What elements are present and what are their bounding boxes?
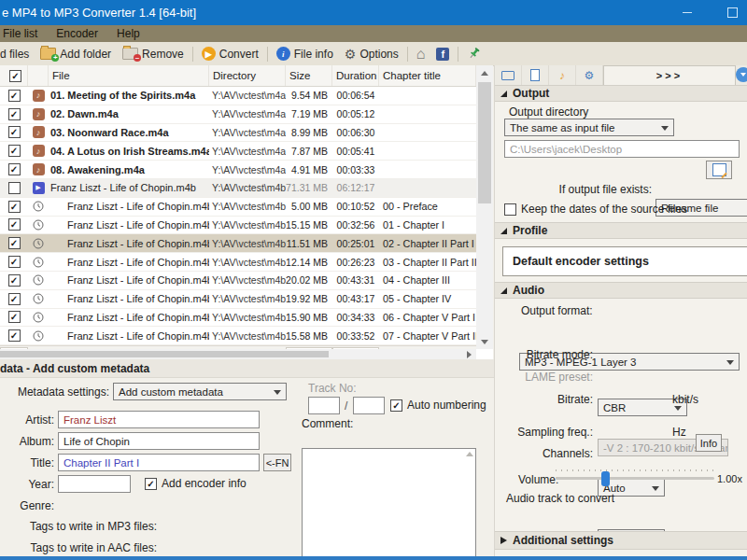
- tab-file-info[interactable]: [522, 65, 549, 85]
- auto-numbering-row[interactable]: Auto numbering: [390, 399, 486, 412]
- menu-encoder[interactable]: Encoder: [47, 25, 107, 42]
- file-info-button[interactable]: i File info: [271, 42, 339, 65]
- output-path-input[interactable]: C:\Users\jacek\Desktop: [504, 140, 740, 158]
- row-checkbox[interactable]: [8, 218, 21, 231]
- menu-help[interactable]: Help: [107, 25, 149, 42]
- table-row[interactable]: ▶Franz Liszt - Life of Chopin.m4bY:\AV\v…: [0, 179, 476, 198]
- minimize-button[interactable]: [666, 0, 708, 25]
- profile-selector[interactable]: Default encoder settings: [502, 246, 747, 276]
- row-checkbox[interactable]: [8, 126, 21, 138]
- comment-scroll-up-icon[interactable]: [466, 452, 473, 456]
- track-total-input[interactable]: [353, 397, 385, 414]
- track-no-input[interactable]: [308, 397, 340, 414]
- vertical-scroll-thumb[interactable]: [478, 82, 491, 203]
- horizontal-scroll-thumb[interactable]: [0, 351, 329, 357]
- row-checkbox[interactable]: [8, 237, 21, 249]
- row-checkbox-cell[interactable]: [0, 87, 28, 105]
- row-checkbox-cell[interactable]: [0, 234, 28, 252]
- keep-dates-row[interactable]: Keep the dates of the source files: [504, 203, 687, 216]
- column-duration[interactable]: Duration: [332, 65, 379, 86]
- table-row[interactable]: Franz Liszt - Life of Chopin.m4bY:\AV\vc…: [0, 327, 476, 345]
- info-button[interactable]: Info: [696, 434, 722, 452]
- title-input[interactable]: Chapter II Part I: [58, 454, 260, 471]
- maximize-button[interactable]: [712, 0, 747, 25]
- audio-section-header[interactable]: Audio: [495, 282, 747, 299]
- encoder-info-row[interactable]: Add encoder info: [145, 477, 247, 490]
- row-checkbox-cell[interactable]: [0, 142, 28, 160]
- row-checkbox-cell[interactable]: [0, 161, 28, 178]
- table-row[interactable]: Franz Liszt - Life of Chopin.m4bY:\AV\vc…: [0, 234, 476, 253]
- file-list-horizontal-scrollbar[interactable]: [0, 349, 476, 359]
- additional-settings-header[interactable]: Additional settings: [495, 531, 747, 550]
- row-checkbox[interactable]: [8, 182, 21, 194]
- menu-file-list[interactable]: File list: [0, 25, 47, 42]
- table-row[interactable]: ♪04. A Lotus on Irish Streams.m4aY:\AV\v…: [0, 142, 476, 161]
- table-row[interactable]: ♪08. Awakening.m4aY:\AV\vctest\m4a4.91 M…: [0, 161, 476, 179]
- tab-audio[interactable]: ♪: [549, 65, 576, 85]
- row-checkbox-cell[interactable]: [0, 105, 28, 123]
- table-row[interactable]: Franz Liszt - Life of Chopin.m4bY:\AV\vc…: [0, 290, 476, 309]
- table-row[interactable]: Franz Liszt - Life of Chopin.m4bY:\AV\vc…: [0, 217, 476, 235]
- volume-slider-thumb[interactable]: [601, 471, 610, 486]
- row-checkbox-cell[interactable]: [0, 253, 28, 271]
- remove-button[interactable]: – Remove: [117, 42, 190, 65]
- encoder-info-checkbox[interactable]: [145, 478, 157, 490]
- select-all-checkbox[interactable]: [9, 70, 21, 82]
- icon-column-header[interactable]: [28, 65, 49, 86]
- output-directory-mode-dropdown[interactable]: The same as input file: [504, 119, 674, 136]
- options-button[interactable]: ⚙ Options: [339, 42, 404, 65]
- add-files-button[interactable]: d files: [0, 42, 35, 65]
- add-folder-button[interactable]: + Add folder: [35, 42, 117, 65]
- table-row[interactable]: ♪03. Noonward Race.m4aY:\AV\vctest\m4a8.…: [0, 124, 476, 143]
- row-checkbox-cell[interactable]: [0, 217, 28, 234]
- scroll-right-button[interactable]: [461, 349, 476, 359]
- table-row[interactable]: Franz Liszt - Life of Chopin.m4bY:\AV\vc…: [0, 272, 476, 290]
- tab-output[interactable]: [495, 65, 522, 85]
- row-checkbox-cell[interactable]: [0, 198, 28, 216]
- row-checkbox[interactable]: [8, 145, 21, 157]
- convert-button[interactable]: ▶ Convert: [196, 42, 264, 65]
- column-file[interactable]: File: [49, 65, 209, 86]
- column-directory[interactable]: Directory: [209, 65, 286, 86]
- table-row[interactable]: Franz Liszt - Life of Chopin.m4bY:\AV\vc…: [0, 198, 476, 217]
- output-section-header[interactable]: Output: [495, 85, 747, 102]
- row-checkbox-cell[interactable]: [0, 327, 28, 344]
- filename-to-title-button[interactable]: <-FN: [263, 454, 291, 471]
- row-checkbox-cell[interactable]: [0, 272, 28, 289]
- file-list-vertical-scrollbar[interactable]: [476, 65, 493, 349]
- row-checkbox[interactable]: [8, 293, 21, 305]
- table-row[interactable]: Franz Liszt - Life of Chopin.m4bY:\AV\vc…: [0, 253, 476, 272]
- table-row[interactable]: Franz Liszt - Life of Chopin.m4bY:\AV\vc…: [0, 309, 476, 328]
- row-checkbox[interactable]: [8, 201, 21, 213]
- table-row[interactable]: ♪01. Meeting of the Spirits.m4aY:\AV\vct…: [0, 87, 476, 105]
- auto-numbering-checkbox[interactable]: [390, 399, 402, 412]
- row-checkbox[interactable]: [8, 274, 21, 287]
- row-checkbox-cell[interactable]: [0, 309, 28, 327]
- column-chapter-title[interactable]: Chapter title: [379, 65, 476, 86]
- select-all-cell[interactable]: [0, 65, 28, 86]
- row-checkbox[interactable]: [8, 163, 21, 175]
- scroll-down-button[interactable]: [476, 334, 493, 349]
- facebook-button[interactable]: f: [430, 42, 455, 65]
- collapse-panel-button[interactable]: [736, 67, 747, 82]
- row-checkbox-cell[interactable]: [0, 124, 28, 142]
- profile-section-header[interactable]: Profile: [495, 222, 747, 239]
- pin-button[interactable]: [461, 42, 486, 65]
- row-checkbox[interactable]: [8, 108, 21, 120]
- keep-dates-checkbox[interactable]: [504, 203, 516, 216]
- row-checkbox[interactable]: [8, 90, 21, 102]
- table-row[interactable]: ♪02. Dawn.m4aY:\AV\vctest\m4a7.19 MB00:0…: [0, 105, 476, 124]
- tab-settings[interactable]: ⚙: [576, 65, 603, 85]
- row-checkbox[interactable]: [8, 311, 21, 323]
- scroll-up-button[interactable]: [476, 65, 493, 80]
- row-checkbox[interactable]: [8, 256, 21, 268]
- artist-input[interactable]: Franz Liszt: [58, 411, 260, 428]
- home-button[interactable]: ⌂: [411, 42, 431, 65]
- year-input[interactable]: [58, 475, 131, 493]
- column-size[interactable]: Size: [286, 65, 332, 86]
- tab-more[interactable]: >>>: [603, 65, 736, 85]
- browse-output-button[interactable]: [706, 161, 732, 179]
- metadata-settings-dropdown[interactable]: Add custom metadata: [113, 383, 287, 400]
- row-checkbox-cell[interactable]: [0, 290, 28, 308]
- album-input[interactable]: Life of Chopin: [58, 432, 260, 450]
